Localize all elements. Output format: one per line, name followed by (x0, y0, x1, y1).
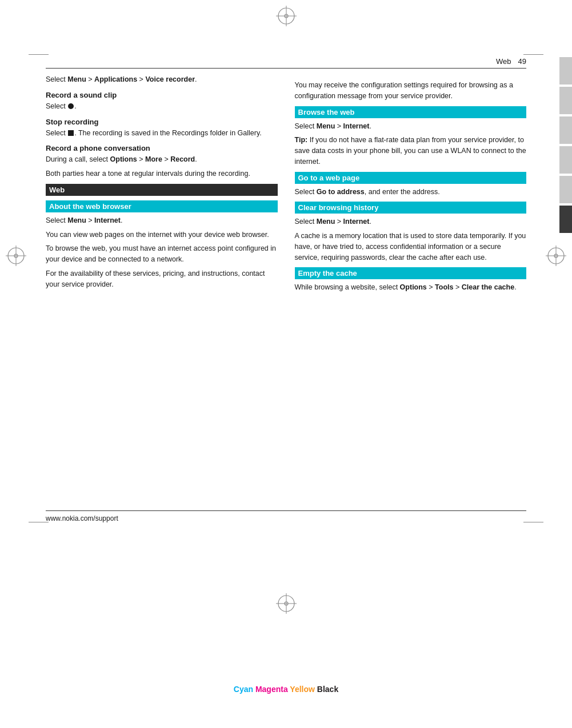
side-tab-6-dark (559, 206, 572, 233)
cmyk-magenta: Magenta (255, 685, 288, 694)
section-bar-clear-history: Clear browsing history (295, 202, 527, 214)
text-empty-cache: While browsing a website, select Options… (295, 282, 527, 293)
text-browse-1: Select Menu > Internet. (295, 121, 527, 132)
cmyk-cyan: Cyan (234, 685, 253, 694)
section-record-sound-clip: Record a sound clip Select . (46, 91, 278, 112)
page-container: Web 49 Select Menu > Applications > Voic… (0, 0, 572, 728)
text-browse-tip: Tip: If you do not have a flat-rate data… (295, 135, 527, 167)
heading-record-sound-clip: Record a sound clip (46, 91, 278, 99)
text-browser-4: For the availability of these services, … (46, 268, 278, 290)
text-record-phone-1: During a call, select Options > More > R… (46, 154, 278, 165)
text-config-message: You may receive the configuration settin… (295, 80, 527, 102)
cmyk-yellow: Yellow (290, 685, 315, 694)
section-bar-empty-cache: Empty the cache (295, 267, 527, 279)
trim-mark-tl (29, 54, 49, 55)
section-bar-web: Web (46, 184, 278, 196)
text-browser-2: You can view web pages on the internet w… (46, 230, 278, 240)
text-browser-3: To browse the web, you must have an inte… (46, 243, 278, 265)
text-clear-2: A cache is a memory location that is use… (295, 231, 527, 263)
intro-text: Select Menu > Applications > Voice recor… (46, 74, 278, 85)
side-tab-2 (559, 87, 572, 114)
reg-mark-left (6, 246, 26, 266)
section-bar-goto-web: Go to a web page (295, 172, 527, 184)
side-tabs (559, 57, 572, 235)
page-header: Web 49 (46, 57, 526, 69)
reg-mark-right (546, 246, 566, 266)
left-column: Select Menu > Applications > Voice recor… (46, 69, 278, 511)
reg-mark-top (276, 6, 297, 26)
heading-record-phone: Record a phone conversation (46, 144, 278, 152)
section-bar-browse-web: Browse the web (295, 106, 527, 118)
text-record-sound-clip: Select . (46, 101, 278, 112)
record-icon (68, 103, 74, 109)
heading-stop-recording: Stop recording (46, 118, 278, 126)
section-stop-recording: Stop recording Select . The recording is… (46, 118, 278, 139)
section-bar-about-browser: About the web browser (46, 200, 278, 212)
page-number: 49 (518, 57, 526, 66)
page-header-text: Web (496, 57, 511, 66)
text-record-phone-2: Both parties hear a tone at regular inte… (46, 168, 278, 179)
side-tab-4 (559, 146, 572, 174)
cmyk-bar: Cyan Magenta Yellow Black (0, 685, 572, 694)
side-tab-5 (559, 176, 572, 203)
text-clear-1: Select Menu > Internet. (295, 216, 527, 227)
text-stop-recording: Select . The recording is saved in the R… (46, 128, 278, 139)
footer-url: www.nokia.com/support (46, 514, 118, 522)
content-area: Select Menu > Applications > Voice recor… (46, 69, 526, 511)
side-tab-1 (559, 57, 572, 85)
right-column: You may receive the configuration settin… (295, 69, 527, 511)
text-goto-web: Select Go to address, and enter the addr… (295, 187, 527, 198)
reg-mark-bottom (276, 593, 297, 614)
stop-icon (68, 130, 74, 136)
section-record-phone: Record a phone conversation During a cal… (46, 144, 278, 179)
cmyk-black: Black (317, 685, 338, 694)
page-footer: www.nokia.com/support (46, 510, 526, 522)
side-tab-3 (559, 116, 572, 144)
text-browser-1: Select Menu > Internet. (46, 215, 278, 226)
trim-mark-br (523, 522, 543, 522)
trim-mark-tr (523, 54, 543, 55)
